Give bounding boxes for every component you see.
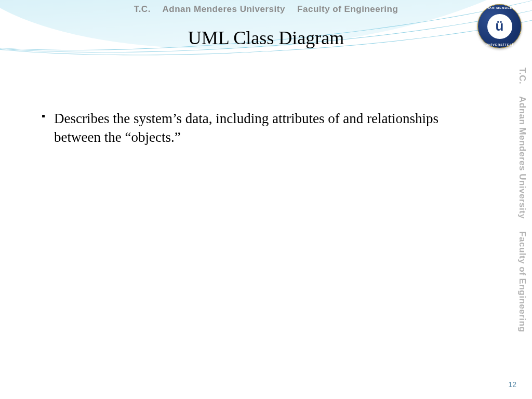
bullet-item: Describes the system’s data, including a…	[42, 109, 468, 147]
sidebar-tc: T.C.	[517, 68, 527, 84]
header-text: T.C. Adnan Menderes University Faculty o…	[0, 4, 532, 15]
slide-title: UML Class Diagram	[0, 27, 532, 49]
seal-text-top: ADNAN MENDERES	[477, 6, 522, 9]
header-tc: T.C.	[134, 4, 151, 14]
slide-body: Describes the system’s data, including a…	[42, 109, 468, 147]
page-number: 12	[508, 380, 516, 389]
seal-text-bottom: ÜNİVERSİTESİ	[477, 43, 522, 46]
header-faculty: Faculty of Engineering	[297, 4, 398, 14]
seal-icon: ADNAN MENDERES ü ÜNİVERSİTESİ	[477, 4, 522, 48]
sidebar-university: Adnan Menderes University	[517, 96, 527, 219]
seal-ring-icon	[477, 4, 522, 48]
header-university: Adnan Menderes University	[162, 4, 285, 14]
university-logo: ADNAN MENDERES ü ÜNİVERSİTESİ	[477, 4, 522, 48]
sidebar-text: T.C. Adnan Menderes University Faculty o…	[517, 68, 527, 332]
sidebar-faculty: Faculty of Engineering	[517, 231, 527, 332]
right-sidebar: T.C. Adnan Menderes University Faculty o…	[515, 68, 529, 338]
bullet-list: Describes the system’s data, including a…	[42, 109, 468, 147]
